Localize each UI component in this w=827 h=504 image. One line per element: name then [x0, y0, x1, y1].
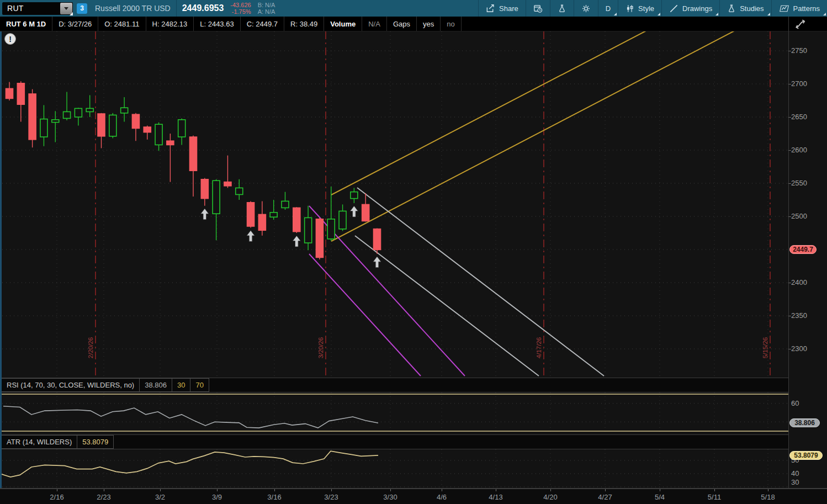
- candle: [155, 123, 162, 151]
- dropdown-corner-icon: [823, 13, 826, 15]
- rsi-header-box[interactable]: RSI (14, 70, 30, CLOSE, WILDERS, no): [1, 378, 140, 392]
- axis-tick-mark: [788, 349, 791, 349]
- info-segment: C: 2449.7: [241, 17, 284, 31]
- price-axis-label: 2400: [791, 278, 807, 287]
- chevron-down-icon: [64, 7, 68, 10]
- candle: [144, 126, 151, 140]
- toolbar-button-timeframe[interactable]: D: [598, 0, 618, 17]
- symbol-description: Russell 2000 TR USD: [95, 4, 171, 13]
- x-axis-label: 3/23: [324, 493, 338, 501]
- symbol-selector[interactable]: RUT: [2, 2, 73, 15]
- axis-tick-mark: [788, 84, 791, 84]
- toolbar-button-quick-report[interactable]: [526, 0, 550, 17]
- candle: [327, 187, 335, 241]
- studies-flask-icon: [727, 4, 736, 13]
- rsi-header-box[interactable]: 70: [190, 378, 209, 392]
- change-percent: -1.75%: [230, 8, 251, 15]
- price-axis-label: 2500: [791, 212, 807, 220]
- x-axis-label: 4/27: [598, 493, 612, 501]
- x-axis-label: 4/13: [489, 493, 502, 501]
- yellow-channel-upper[interactable]: [331, 31, 647, 195]
- symbol-dropdown-button[interactable]: [60, 3, 72, 14]
- x-tick-mark: [714, 489, 715, 491]
- bid-ask-stack: B: N/A A: N/A: [258, 2, 275, 15]
- toolbar-button-label: Style: [638, 4, 654, 13]
- info-segment[interactable]: no: [441, 17, 461, 31]
- axis-scale-icon[interactable]: [793, 18, 808, 30]
- candle: [293, 207, 300, 247]
- candle: [132, 113, 139, 141]
- buy-signal-arrow-icon: [350, 206, 358, 217]
- toolbar-button-patterns[interactable]: Patterns: [771, 0, 827, 17]
- toolbar-button-style[interactable]: Style: [618, 0, 661, 17]
- candle: [339, 204, 346, 231]
- toolbar-button-label: D: [606, 4, 611, 13]
- price-axis-label: 2550: [791, 179, 807, 187]
- candle: [350, 188, 358, 217]
- atr-study-header: ATR (14, WILDERS)53.8079: [0, 434, 788, 449]
- candle: [75, 108, 82, 125]
- info-segment[interactable]: Gaps: [387, 17, 417, 31]
- info-segment[interactable]: RUT 6 M 1D: [0, 17, 52, 31]
- x-tick-mark: [390, 489, 391, 491]
- rsi-study-header: RSI (14, 70, 30, CLOSE, WILDERS, no)38.8…: [0, 378, 788, 392]
- x-tick-mark: [217, 489, 218, 491]
- rsi-line: [3, 406, 378, 428]
- change-value: -43.626: [230, 2, 251, 8]
- candle: [109, 113, 116, 139]
- candle: [167, 134, 174, 182]
- share-icon: [486, 4, 495, 13]
- x-tick-mark: [605, 489, 606, 491]
- candle: [40, 105, 47, 146]
- dropdown-corner-icon: [767, 13, 770, 15]
- toolbar-button-share[interactable]: Share: [478, 0, 526, 17]
- atr-value-badge: 53.8079: [789, 451, 823, 460]
- price-axis-label: 2300: [791, 344, 807, 353]
- dropdown-corner-icon: [715, 13, 718, 15]
- toolbar-button-drawings[interactable]: Drawings: [661, 0, 719, 17]
- x-tick-mark: [57, 489, 57, 491]
- x-axis-label: 2/23: [97, 493, 110, 501]
- info-segment[interactable]: yes: [417, 17, 441, 31]
- axis-tick-mark: [788, 216, 791, 217]
- buy-signal-arrow-icon: [247, 230, 255, 241]
- event-date-label: 5/15/26: [762, 337, 768, 358]
- candle: [178, 118, 185, 145]
- event-date-label: 2/20/26: [87, 337, 94, 358]
- x-axis-label: 5/4: [655, 493, 665, 501]
- link-group-badge[interactable]: 3: [77, 3, 87, 14]
- rsi-header-box[interactable]: 30: [172, 378, 190, 392]
- price-axis-label: 2350: [791, 311, 807, 320]
- info-segment: D: 3/27/26: [52, 17, 98, 31]
- toolbar-button-analysis[interactable]: [550, 0, 574, 17]
- x-axis-label: 4/6: [437, 493, 447, 501]
- toolbar-button-studies[interactable]: Studies: [719, 0, 771, 17]
- candle: [258, 201, 266, 235]
- titlebar: RUT 3 Russell 2000 TR USD 2449.6953 -43.…: [0, 0, 827, 17]
- candle: [190, 136, 197, 197]
- info-segment[interactable]: Volume: [324, 17, 362, 31]
- toolbar-button-settings[interactable]: [574, 0, 598, 17]
- chart-info-row: RUT 6 M 1DD: 3/27/26O: 2481.11H: 2482.13…: [0, 17, 827, 31]
- event-date-label: 3/20/26: [317, 337, 324, 358]
- symbol-text: RUT: [2, 4, 24, 13]
- candle: [316, 217, 323, 259]
- axis-tick-mark: [788, 51, 791, 51]
- x-tick-mark: [274, 489, 275, 491]
- time-axis[interactable]: 2/162/233/23/93/163/233/304/64/134/204/2…: [0, 488, 827, 504]
- rsi-pane: [0, 392, 827, 434]
- candle: [98, 113, 105, 148]
- rsi-value-badge: 38.806: [789, 418, 820, 427]
- axis-tick-mark: [788, 183, 791, 184]
- atr-header-box[interactable]: 53.8079: [77, 435, 114, 449]
- yellow-channel-lower[interactable]: [331, 31, 735, 241]
- price-axis-label: 2700: [791, 79, 807, 88]
- info-segment: O: 2481.11: [98, 17, 146, 31]
- x-axis-label: 3/2: [155, 493, 165, 501]
- atr-header-box[interactable]: ATR (14, WILDERS): [1, 435, 77, 449]
- candle: [86, 95, 93, 117]
- toolbar-button-label: Share: [499, 4, 518, 13]
- warning-icon[interactable]: !: [4, 33, 16, 45]
- rsi-header-box[interactable]: 38.806: [140, 378, 172, 392]
- dropdown-corner-icon: [614, 13, 617, 15]
